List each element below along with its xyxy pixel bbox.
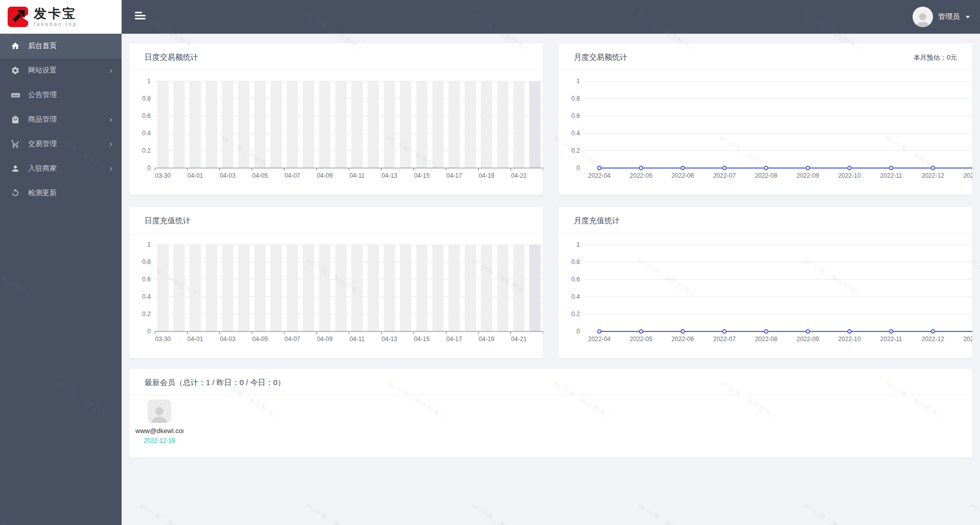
person-icon: [914, 11, 931, 27]
monthly-recharge-chart: 00.20.40.60.812022-042022-052022-062022-…: [558, 207, 972, 358]
svg-text:04-01: 04-01: [188, 172, 203, 179]
svg-text:04-01: 04-01: [188, 336, 203, 343]
logo-mark-icon: [7, 6, 29, 28]
watermark-text: Hi 小淘，淘你想淘！: [968, 502, 980, 525]
svg-text:04-03: 04-03: [220, 172, 236, 179]
svg-text:1: 1: [576, 241, 580, 248]
sidebar-item-网站设置[interactable]: 网站设置›: [0, 58, 122, 83]
svg-text:2022-09: 2022-09: [797, 172, 819, 179]
sidebar-item-商品管理[interactable]: 商品管理›: [0, 107, 122, 132]
svg-text:04-11: 04-11: [349, 336, 365, 343]
sidebar-item-label: 网站设置: [28, 66, 109, 75]
chevron-right-icon: ›: [109, 164, 112, 173]
svg-text:2022-04: 2022-04: [588, 336, 611, 343]
top-header: 管理员: [122, 0, 980, 34]
svg-text:2022-04: 2022-04: [588, 172, 611, 179]
svg-text:04-19: 04-19: [479, 172, 495, 179]
svg-text:2022-05: 2022-05: [630, 336, 652, 343]
watermark-text: Hi 小淘，淘你想淘！: [138, 502, 200, 525]
sidebar-toggle-button[interactable]: [135, 12, 147, 22]
sidebar-item-检测更新[interactable]: 检测更新: [0, 181, 122, 205]
sidebar: 后台首页网站设置›NEW公告管理商品管理›交易管理›入驻商家›检测更新: [0, 0, 122, 525]
svg-text:2022-05: 2022-05: [630, 172, 652, 179]
svg-text:04-05: 04-05: [252, 172, 268, 179]
watermark-text: Hi 小淘，淘你想淘！: [304, 502, 366, 525]
sidebar-menu: 后台首页网站设置›NEW公告管理商品管理›交易管理›入驻商家›检测更新: [0, 34, 122, 205]
sidebar-item-label: 商品管理: [28, 115, 109, 124]
svg-text:0: 0: [147, 328, 151, 335]
svg-text:04-09: 04-09: [317, 336, 333, 343]
app-subtitle: fakabao.top: [34, 22, 77, 27]
svg-text:0.4: 0.4: [571, 130, 580, 137]
svg-text:0.4: 0.4: [571, 293, 580, 300]
divider: [129, 70, 543, 70]
svg-text:2023-01: 2023-01: [963, 336, 972, 343]
svg-text:2022-12: 2022-12: [922, 336, 944, 343]
divider: [129, 233, 543, 234]
svg-text:04-15: 04-15: [414, 336, 430, 343]
app-logo: 发卡宝 fakabao.top: [0, 0, 122, 34]
panel-title: 日度交易额统计: [145, 53, 198, 62]
svg-text:0.2: 0.2: [142, 311, 151, 318]
sidebar-item-label: 交易管理: [28, 139, 109, 149]
svg-text:2022-10: 2022-10: [838, 336, 861, 343]
svg-text:04-05: 04-05: [252, 336, 268, 343]
divider: [558, 233, 972, 234]
panel-monthly-recharge: 00.20.40.60.812022-042022-052022-062022-…: [558, 207, 972, 358]
svg-text:0.8: 0.8: [142, 258, 151, 266]
shopping-bag-icon: [10, 114, 20, 125]
cart-icon: [10, 139, 20, 149]
merchant-person-icon: [10, 163, 20, 174]
svg-text:04-15: 04-15: [414, 172, 430, 179]
divider: [129, 395, 972, 396]
dashboard-page: 管理员 后台首页网站设置›NEW公告管理商品管理›交易管理›入驻商家›检测更新 …: [0, 0, 980, 525]
divider: [558, 70, 972, 70]
daily-trade-chart: 00.20.40.60.8103-3004-0104-0304-0504-070…: [129, 43, 543, 195]
sidebar-item-label: 入驻商家: [28, 164, 109, 173]
svg-text:2022-06: 2022-06: [671, 172, 694, 179]
sidebar-item-label: 检测更新: [28, 188, 112, 198]
svg-text:04-17: 04-17: [446, 336, 462, 343]
monthly-trade-chart: 00.20.40.60.812022-042022-052022-062022-…: [558, 43, 972, 195]
svg-text:04-21: 04-21: [511, 336, 527, 343]
sidebar-item-交易管理[interactable]: 交易管理›: [0, 132, 122, 156]
member-join-date: 2022-12-19: [135, 437, 183, 444]
svg-text:04-13: 04-13: [382, 172, 398, 179]
svg-text:0: 0: [576, 328, 580, 335]
svg-text:04-07: 04-07: [285, 336, 300, 343]
svg-text:0: 0: [576, 164, 580, 172]
svg-text:NEW: NEW: [12, 93, 18, 97]
panel-daily-trade: 00.20.40.60.8103-3004-0104-0304-0504-070…: [129, 43, 543, 195]
sidebar-item-公告管理[interactable]: NEW公告管理: [0, 83, 122, 107]
svg-text:04-03: 04-03: [220, 336, 236, 343]
gear-icon: [10, 65, 20, 76]
svg-text:2022-11: 2022-11: [880, 172, 902, 179]
panel-latest-members: 最新会员（总计：1 / 昨日：0 / 今日：0） www@dkewl.com 2…: [129, 369, 972, 458]
member-email: www@dkewl.com: [135, 427, 183, 435]
svg-text:2022-12: 2022-12: [922, 172, 944, 179]
svg-text:04-09: 04-09: [317, 172, 333, 179]
app-title: 发卡宝: [34, 7, 77, 20]
panel-title: 日度充值统计: [145, 216, 191, 226]
svg-text:03-30: 03-30: [155, 336, 171, 343]
svg-text:2022-08: 2022-08: [755, 336, 777, 343]
chevron-right-icon: ›: [109, 139, 112, 148]
panel-title: 月度充值统计: [574, 216, 620, 226]
svg-text:0.2: 0.2: [571, 311, 580, 318]
caret-down-icon: [966, 16, 970, 18]
watermark-text: Hi 小淘，淘你想淘！: [636, 502, 698, 525]
user-menu[interactable]: 管理员: [913, 7, 970, 27]
svg-text:0.8: 0.8: [571, 258, 580, 266]
daily-recharge-chart: 00.20.40.60.8103-3004-0104-0304-0504-070…: [129, 207, 543, 358]
svg-text:04-19: 04-19: [479, 336, 495, 343]
hamburger-icon: [135, 12, 147, 19]
sidebar-item-入驻商家[interactable]: 入驻商家›: [0, 156, 122, 181]
member-item[interactable]: www@dkewl.com 2022-12-19: [135, 399, 183, 444]
svg-text:0.6: 0.6: [571, 276, 580, 283]
chevron-right-icon: ›: [109, 66, 112, 75]
svg-text:0.4: 0.4: [142, 293, 151, 300]
svg-text:2022-08: 2022-08: [755, 172, 777, 179]
sidebar-item-后台首页[interactable]: 后台首页: [0, 34, 122, 58]
svg-text:2022-10: 2022-10: [838, 172, 861, 179]
member-avatar: [148, 399, 171, 423]
